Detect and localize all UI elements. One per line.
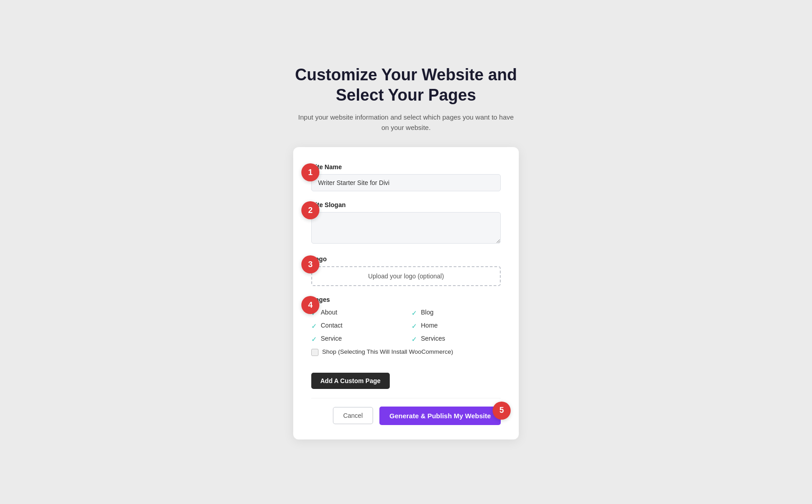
list-item[interactable]: ✓ Services <box>411 335 501 343</box>
list-item[interactable]: ✓ Home <box>411 322 501 330</box>
page-name: Blog <box>421 309 434 316</box>
site-name-group: 1 Site Name <box>311 163 501 191</box>
list-item[interactable]: ✓ Blog <box>411 309 501 317</box>
page-name: About <box>321 309 337 316</box>
logo-group: 3 Logo Upload your logo (optional) <box>311 255 501 286</box>
add-custom-page-button[interactable]: Add A Custom Page <box>311 373 390 389</box>
step-badge-4: 4 <box>301 296 319 314</box>
list-item[interactable]: ✓ Contact <box>311 322 401 330</box>
form-card: 1 Site Name 2 Site Slogan 3 Logo Upload … <box>293 147 519 439</box>
page-name: Shop (Selecting This Will Install WooCom… <box>322 348 453 356</box>
step-badge-5: 5 <box>493 402 511 420</box>
list-item[interactable]: Shop (Selecting This Will Install WooCom… <box>311 348 501 356</box>
page-title: Customize Your Website and Select Your P… <box>295 65 517 105</box>
page-name: Home <box>421 322 438 329</box>
pages-label: Pages <box>311 296 501 303</box>
list-item[interactable]: ✓ About <box>311 309 401 317</box>
step-badge-1: 1 <box>301 163 319 181</box>
pages-group: 4 Pages ✓ About ✓ Blog ✓ Contact ✓ <box>311 296 501 356</box>
check-icon: ✓ <box>311 335 317 343</box>
logo-label: Logo <box>311 255 501 263</box>
pages-grid: ✓ About ✓ Blog ✓ Contact ✓ Home <box>311 309 501 356</box>
list-item[interactable]: ✓ Service <box>311 335 401 343</box>
step-badge-3: 3 <box>301 255 319 273</box>
uncheck-icon <box>311 349 318 356</box>
page-name: Contact <box>321 322 342 329</box>
page-name: Service <box>321 335 342 342</box>
site-name-label: Site Name <box>311 163 501 171</box>
check-icon: ✓ <box>411 322 417 330</box>
logo-upload-button[interactable]: Upload your logo (optional) <box>311 266 501 286</box>
generate-publish-button[interactable]: Generate & Publish My Website <box>379 407 501 425</box>
check-icon: ✓ <box>411 335 417 343</box>
check-icon: ✓ <box>311 322 317 330</box>
step-badge-2: 2 <box>301 201 319 219</box>
site-slogan-group: 2 Site Slogan <box>311 201 501 245</box>
site-slogan-input[interactable] <box>311 212 501 244</box>
page-wrapper: Customize Your Website and Select Your P… <box>0 46 812 458</box>
footer-actions: Cancel Generate & Publish My Website 5 <box>311 398 501 425</box>
page-subtitle: Input your website information and selec… <box>298 112 514 133</box>
site-slogan-label: Site Slogan <box>311 201 501 208</box>
check-icon: ✓ <box>411 309 417 317</box>
site-name-input[interactable] <box>311 174 501 191</box>
cancel-button[interactable]: Cancel <box>333 407 374 424</box>
page-name: Services <box>421 335 445 342</box>
